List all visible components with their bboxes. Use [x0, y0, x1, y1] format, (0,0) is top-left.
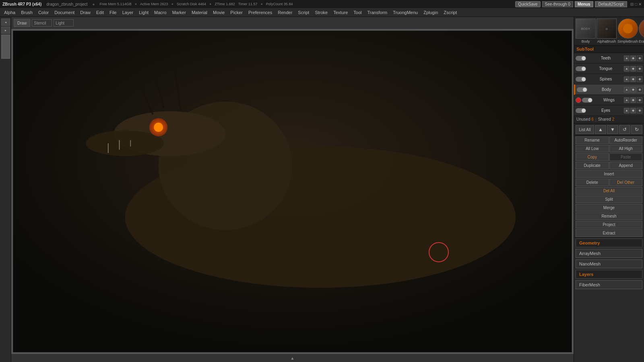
teeth-mat-icon[interactable]: ◆ — [630, 56, 636, 61]
subtool-teeth[interactable]: Teeth ▲ ◆ ◉ — [574, 53, 644, 64]
rotate-right-button[interactable]: ↻ — [631, 125, 642, 134]
menu-item-zplugin[interactable]: Zplugin — [421, 9, 440, 16]
tongue-mat-icon[interactable]: ◆ — [630, 66, 636, 72]
menu-item-picker[interactable]: Picker — [228, 9, 245, 16]
body-mat-icon[interactable]: ◆ — [630, 87, 636, 93]
tongue-brush-icon[interactable]: ▲ — [624, 66, 630, 72]
body-brush-preview[interactable]: BODY — [576, 19, 596, 39]
subtool-spines[interactable]: Spines ▲ ◆ ◉ — [574, 74, 644, 84]
menu-item-preferences[interactable]: Preferences — [246, 9, 275, 16]
tongue-eye-icon[interactable]: ◉ — [637, 66, 642, 72]
body-eye-icon[interactable]: ◉ — [637, 87, 642, 93]
menu-item-movie[interactable]: Movie — [211, 9, 227, 16]
all-low-button[interactable]: All Low — [576, 145, 609, 152]
wings-brush-icon[interactable]: ▲ — [624, 97, 630, 103]
unused-label[interactable]: Unused 6 — [576, 117, 594, 122]
menu-item-stroke[interactable]: Stroke — [312, 9, 330, 16]
menu-item-document[interactable]: Document — [52, 9, 77, 16]
list-all-button[interactable]: List All — [576, 125, 594, 134]
body-brush-icon2[interactable]: ▲ — [624, 87, 630, 93]
eyes-mat-icon[interactable]: ◆ — [630, 108, 636, 113]
menu-item-file[interactable]: File — [107, 9, 119, 16]
nano-mesh-section[interactable]: NanoMesh — [576, 259, 642, 268]
del-other-button[interactable]: Del Other — [609, 179, 643, 186]
append-button[interactable]: Append — [609, 162, 643, 169]
spines-eye-icon[interactable]: ◉ — [637, 76, 642, 82]
rename-button[interactable]: Rename — [576, 136, 609, 144]
menu-item-brush[interactable]: Brush — [19, 9, 35, 16]
eyes-brush-icon[interactable]: ▲ — [624, 108, 630, 113]
eyes-toggle[interactable] — [576, 108, 586, 113]
eraser-brush-preview[interactable] — [639, 19, 644, 39]
menu-item-marker[interactable]: Marker — [170, 9, 188, 16]
menu-item-color[interactable]: Color — [36, 9, 51, 16]
quicksave-button[interactable]: QuickSave — [515, 1, 540, 7]
draw-button[interactable]: Draw — [14, 19, 30, 27]
menu-item-edit[interactable]: Edit — [94, 9, 106, 16]
see-through-button[interactable]: See-through 0 — [542, 1, 573, 7]
insert-button[interactable]: Insert — [576, 170, 642, 178]
wings-mat-icon[interactable]: ◆ — [630, 97, 636, 103]
geometry-section[interactable]: Geometry — [576, 239, 642, 247]
menu-item-transform[interactable]: Transform — [365, 9, 390, 16]
menu-item-draw[interactable]: Draw — [78, 9, 93, 16]
menu-item-tool[interactable]: Tool — [351, 9, 364, 16]
spines-toggle[interactable] — [576, 77, 586, 82]
remesh-button[interactable]: Remesh — [576, 212, 642, 220]
default-zscript-button[interactable]: Default2Script — [595, 1, 627, 7]
menus-button[interactable]: Menus — [575, 1, 593, 7]
teeth-toggle[interactable] — [576, 56, 586, 61]
wings-toggle[interactable] — [582, 98, 592, 103]
shared-label[interactable]: Shared 2 — [598, 117, 615, 122]
teeth-eye-icon[interactable]: ◉ — [637, 56, 642, 61]
fiber-mesh-section[interactable]: FiberMesh — [576, 280, 642, 289]
extract-button[interactable]: Extract — [576, 229, 642, 237]
menu-item-script[interactable]: Script — [295, 9, 312, 16]
menu-item-layer[interactable]: Layer — [120, 9, 136, 16]
left-slider[interactable] — [1, 35, 10, 59]
menu-item-macro[interactable]: Macro — [152, 9, 169, 16]
project-button[interactable]: Project — [576, 221, 642, 228]
menu-item-truongmenu[interactable]: TruongMenu — [390, 9, 420, 16]
spines-brush-icon[interactable]: ▲ — [624, 76, 630, 82]
all-high-button[interactable]: All High — [609, 145, 643, 152]
title-bar: ZBrush 4R7 P3 (x64) dragon_zbrush_projec… — [0, 0, 644, 8]
subtool-tongue[interactable]: Tongue ▲ ◆ ◉ — [574, 64, 644, 74]
array-mesh-section[interactable]: ArrayMesh — [576, 249, 642, 258]
simple-brush-preview[interactable] — [618, 19, 638, 39]
copy-button[interactable]: Copy — [576, 153, 609, 161]
menu-item-render[interactable]: Render — [275, 9, 295, 16]
duplicate-button[interactable]: Duplicate — [576, 162, 609, 169]
wings-eye-icon[interactable]: ◉ — [637, 97, 642, 103]
paste-button[interactable]: Paste — [609, 153, 643, 161]
rotate-left-button[interactable]: ↺ — [619, 125, 630, 134]
tongue-toggle[interactable] — [576, 66, 586, 71]
move-up-button[interactable]: ▲ — [595, 125, 606, 134]
layers-section[interactable]: Layers — [576, 270, 642, 279]
body-toggle[interactable] — [577, 87, 587, 92]
menu-item-alpha[interactable]: Alpha — [2, 9, 18, 16]
eyes-eye-icon[interactable]: ◉ — [637, 108, 642, 113]
collapse-arrow[interactable]: ▲ — [291, 356, 295, 360]
spines-mat-icon[interactable]: ◆ — [630, 76, 636, 82]
subtool-body[interactable]: Body ▲ ◆ ◉ — [574, 84, 644, 95]
alpha-brush-preview[interactable]: α — [597, 19, 617, 39]
split-button[interactable]: Split — [576, 195, 642, 203]
viewport[interactable] — [13, 31, 572, 352]
del-all-button[interactable]: Del All — [576, 187, 642, 195]
auto-reorder-button[interactable]: AutoReorder — [609, 136, 643, 144]
delete-button[interactable]: Delete — [576, 179, 609, 186]
menu-item-texture[interactable]: Texture — [331, 9, 350, 16]
move-down-button[interactable]: ▼ — [607, 125, 618, 134]
menu-item-light[interactable]: Light — [136, 9, 151, 16]
stencil-area[interactable]: Stencil — [32, 19, 52, 27]
menu-item-material[interactable]: Material — [189, 9, 210, 16]
left-tool-1[interactable]: ◂ — [1, 19, 10, 26]
subtool-wings[interactable]: Wings ▲ ◆ ◉ — [574, 95, 644, 105]
subtool-eyes[interactable]: Eyes ▲ ◆ ◉ — [574, 105, 644, 116]
merge-button[interactable]: Merge — [576, 204, 642, 212]
teeth-brush-icon[interactable]: ▲ — [624, 56, 630, 61]
left-tool-2[interactable]: ▸ — [1, 27, 10, 34]
light-area[interactable]: Light — [54, 19, 74, 27]
menu-item-zscript[interactable]: Zscript — [441, 9, 459, 16]
